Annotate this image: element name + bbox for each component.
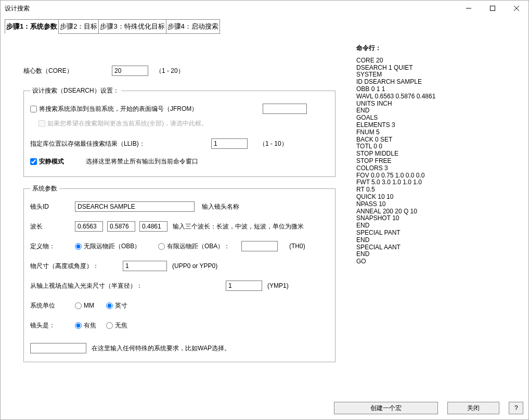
jfrom-input[interactable]: [263, 104, 307, 114]
command-line: END: [356, 222, 523, 230]
lensis-row: 镜头是： 有焦 无焦: [30, 319, 329, 332]
objdef-label: 定义物：: [30, 242, 75, 251]
command-line: RT 0.5: [356, 186, 523, 194]
oba-text: 有限远物距（OBA）：: [167, 242, 230, 251]
command-line: ELEMENTS 3: [356, 122, 523, 129]
llib-row: 指定库位置以存储最佳搜索结果（LLIB)： （1 - 10）: [30, 137, 329, 150]
afocal-radio[interactable]: [106, 322, 113, 329]
ymp1-hint: (YMP1): [267, 282, 289, 289]
wavl-row: 波长 输入三个波长：长波，中波，短波，单位为微米: [30, 220, 329, 233]
tab-step1[interactable]: 步骤1：系统参数: [5, 19, 59, 34]
focal-radio[interactable]: [75, 322, 82, 329]
sysparams-legend: 系统参数: [30, 184, 59, 193]
jfrom-checkbox[interactable]: [30, 106, 37, 112]
ymp1-label: 从轴上视场点输入光束尺寸（半直径）：: [30, 282, 226, 290]
afocal-label[interactable]: 无焦: [106, 321, 127, 330]
objsize-hint: (UPP0 or YPP0): [172, 262, 217, 270]
command-line: QUICK 10 10: [356, 194, 523, 201]
content-area: 核心数（CORE） （1 - 20） 设计搜索（DSEARCH）设置： 将搜索系…: [1, 34, 528, 397]
focal-label[interactable]: 有焦: [75, 321, 106, 330]
create-macro-button[interactable]: 创建一个宏: [334, 402, 438, 414]
obb-radio-label[interactable]: 无限远物距（OBB）: [75, 242, 158, 251]
command-line: UNITS INCH: [356, 100, 523, 108]
command-line: SPECIAL AANT: [356, 244, 523, 251]
command-line: COLORS 3: [356, 165, 523, 172]
units-inch-label[interactable]: 英寸: [106, 301, 127, 310]
lensid-row: 镜头ID 输入镜头名称: [30, 200, 329, 213]
quiet-row: 安静模式 选择这里将禁止所有输出到当前命令窗口: [30, 157, 329, 166]
oba-radio-label[interactable]: 有限远物距（OBA）：: [158, 242, 241, 251]
wavl2-input[interactable]: [107, 221, 135, 232]
jfrom-sub-row: 如果您希望在搜索期间更改当前系统(全部)，请选中此框。: [38, 119, 329, 128]
tab-bar: 步骤1：系统参数 步骤2：目标 步骤3：特殊优化目标 步骤4：启动搜索: [1, 16, 528, 34]
th0-hint: (TH0): [289, 243, 305, 250]
command-line: FNUM 5: [356, 129, 523, 136]
command-line: ANNEAL 200 20 Q 10: [356, 208, 523, 215]
wavl3-input[interactable]: [139, 221, 167, 232]
special-input[interactable]: [30, 343, 86, 353]
command-line: NPASS 10: [356, 201, 523, 208]
command-line: FOV 0.0 0.75 1.0 0.0 0.0: [356, 172, 523, 180]
main-panel: 核心数（CORE） （1 - 20） 设计搜索（DSEARCH）设置： 将搜索系…: [1, 34, 349, 397]
close-button[interactable]: [505, 1, 528, 16]
command-line: GO: [356, 258, 523, 265]
units-inch-radio[interactable]: [106, 302, 113, 309]
command-line: FWT 5.0 3.0 1.0 1.0 1.0: [356, 179, 523, 186]
command-line: DSEARCH 1 QUIET: [356, 65, 523, 72]
minimize-button[interactable]: [457, 1, 481, 16]
help-button[interactable]: ?: [509, 402, 523, 414]
units-mm-text: MM: [84, 302, 94, 309]
objsize-row: 物尺寸（高度或角度）： (UPP0 or YPP0): [30, 260, 329, 272]
ymp1-row: 从轴上视场点输入光束尺寸（半直径）： (YMP1): [30, 279, 329, 292]
command-line: BACK 0 SET: [356, 136, 523, 144]
command-line: SNAPSHOT 10: [356, 215, 523, 222]
dsearch-fieldset: 设计搜索（DSEARCH）设置： 将搜索系统添加到当前系统，开始的表面编号（JF…: [23, 86, 336, 177]
tab-step4[interactable]: 步骤4：启动搜索: [166, 19, 220, 34]
command-line: OBB 0 1 1: [356, 86, 523, 93]
core-row: 核心数（CORE） （1 - 20）: [23, 65, 345, 77]
special-hint: 在这里输入任何特殊的系统要求，比如WAP选择。: [92, 344, 230, 353]
tab-step3[interactable]: 步骤3：特殊优化目标: [98, 19, 166, 34]
command-line: TOTL 0 0: [356, 143, 523, 150]
command-line: STOP MIDDLE: [356, 150, 523, 158]
objsize-label: 物尺寸（高度或角度）：: [30, 262, 123, 271]
wavl-hint: 输入三个波长：长波，中波，短波，单位为微米: [173, 222, 304, 231]
llib-input[interactable]: [211, 138, 248, 149]
units-mm-label[interactable]: MM: [75, 302, 106, 309]
units-mm-radio[interactable]: [75, 302, 82, 309]
lensid-hint: 输入镜头名称: [202, 202, 239, 211]
afocal-text: 无焦: [115, 321, 127, 330]
dsearch-legend: 设计搜索（DSEARCH）设置：: [30, 86, 121, 95]
core-hint: （1 - 20）: [156, 67, 184, 75]
command-output: CORE 20DSEARCH 1 QUIETSYSTEMID DSEARCH S…: [356, 57, 523, 265]
ymp1-input[interactable]: [226, 281, 262, 291]
sysparams-fieldset: 系统参数 镜头ID 输入镜头名称 波长 输入三个波长：长波，中波，短波，单位为微…: [23, 184, 336, 362]
tab-step2[interactable]: 步骤2：目标: [58, 19, 99, 34]
lensis-label: 镜头是：: [30, 321, 75, 330]
maximize-button[interactable]: [481, 1, 505, 16]
wavl-label: 波长: [30, 222, 75, 231]
objsize-input[interactable]: [123, 261, 167, 271]
command-line: STOP FREE: [356, 158, 523, 165]
footer: 创建一个宏 关闭 ?: [1, 397, 528, 419]
objdef-row: 定义物： 无限远物距（OBB） 有限远物距（OBA）： (TH0): [30, 240, 329, 252]
command-line: GOALS: [356, 114, 523, 122]
command-line: ID DSEARCH SAMPLE: [356, 79, 523, 86]
jfrom-sub-hint: 如果您希望在搜索期间更改当前系统(全部)，请选中此框。: [47, 119, 208, 128]
quiet-hint: 选择这里将禁止所有输出到当前命令窗口: [86, 157, 198, 166]
oba-radio[interactable]: [158, 243, 165, 250]
units-row: 系统单位 MM 英寸: [30, 299, 329, 312]
window-titlebar: 设计搜索: [1, 1, 528, 16]
th0-input[interactable]: [241, 241, 278, 251]
command-line: END: [356, 237, 523, 244]
obb-radio[interactable]: [75, 243, 82, 250]
units-inch-text: 英寸: [115, 301, 127, 310]
wavl1-input[interactable]: [75, 221, 103, 232]
command-title: 命令行：: [356, 45, 523, 52]
units-label: 系统单位: [30, 301, 75, 310]
quiet-checkbox[interactable]: [30, 158, 37, 165]
lensid-input[interactable]: [75, 201, 195, 212]
close-dialog-button[interactable]: 关闭: [447, 402, 499, 414]
core-input[interactable]: [112, 66, 148, 76]
close-icon: [514, 6, 519, 11]
